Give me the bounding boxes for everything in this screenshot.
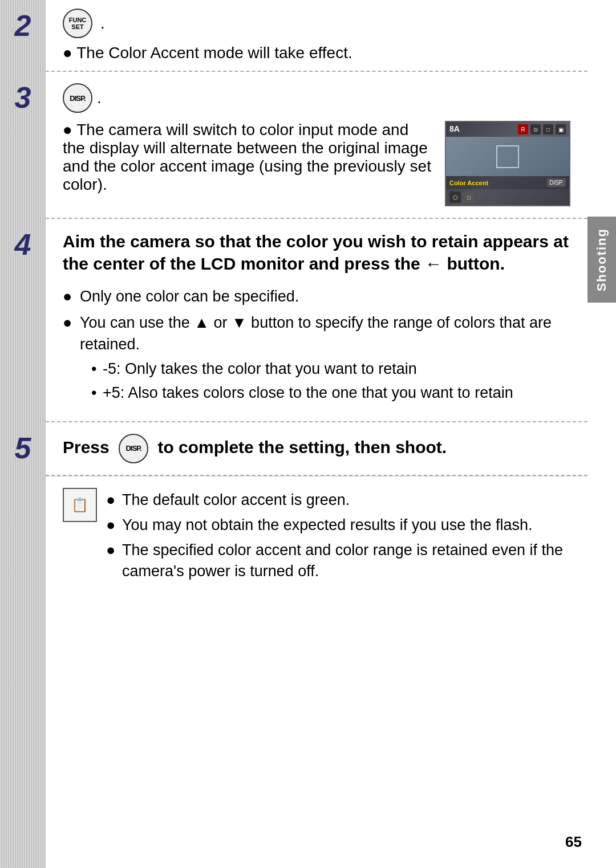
lcd-disp-label: DISP.	[547, 178, 566, 187]
step-3-number: 3	[0, 78, 46, 117]
step-4-heading: Aim the camera so that the color you wis…	[63, 230, 570, 275]
step-3-text: ● The camera will switch to color input …	[63, 121, 433, 194]
func-set-button-icon: FUNCSET	[63, 9, 92, 38]
lcd-top-left: 8A	[449, 124, 460, 135]
step-3-description: The camera will switch to color input mo…	[63, 121, 431, 193]
lcd-mockup: 8A R ⊙ □ ▣	[446, 122, 569, 205]
lcd-ctrl-1: ⬡	[449, 191, 461, 203]
note-content: The default color accent is green. You m…	[106, 488, 570, 584]
main-content: 2 FUNCSET . ● The Color Accent mode will…	[46, 0, 587, 596]
lcd-focus-box	[496, 145, 519, 168]
step-4-bullet-2: You can use the ▲ or ▼ button to specify…	[63, 310, 570, 410]
step-3-section: 3 DISP. . ● The camera will switch to co…	[46, 72, 587, 219]
step-2-number: 2	[0, 6, 46, 46]
note-icon-inner: 📋	[71, 497, 88, 513]
step-5-press-text: Press	[63, 438, 110, 457]
step-4-sub-bullet-2: +5: Also takes colors close to the one t…	[91, 381, 570, 405]
right-sidebar: Shooting	[587, 0, 616, 868]
step-3-bullet: ●	[63, 121, 72, 138]
step-4-section: 4 Aim the camera so that the color you w…	[46, 219, 587, 422]
lcd-icon-4: ▣	[556, 124, 566, 135]
note-list: The default color accent is green. You m…	[106, 488, 570, 584]
step-5-number: 5	[0, 428, 46, 468]
step-5-heading: Press DISP. to complete the setting, the…	[63, 434, 570, 463]
lcd-control-row: ⬡ □	[446, 189, 569, 205]
step-3-header: DISP. .	[63, 83, 570, 113]
note-icon: 📋	[63, 488, 97, 522]
lcd-main-area	[446, 137, 569, 176]
lcd-icon-1: R	[518, 124, 528, 135]
step-2-content: FUNCSET .	[63, 9, 570, 38]
step-4-bullet-list: Only one color can be specified. You can…	[63, 284, 570, 410]
step-2-section: 2 FUNCSET . ● The Color Accent mode will…	[46, 0, 587, 72]
note-2: You may not obtain the expected results …	[106, 513, 570, 538]
step-5-section: 5 Press DISP. to complete the setting, t…	[46, 422, 587, 476]
lcd-bottom-controls: DISP.	[547, 178, 566, 187]
func-set-label: FUNCSET	[69, 17, 87, 30]
lcd-icon-2: ⊙	[530, 124, 541, 135]
notes-section: 📋 The default color accent is green. You…	[46, 476, 587, 596]
disp-button-icon-step5: DISP.	[119, 434, 148, 463]
note-icon-symbol: 📋	[71, 497, 88, 513]
step-3-content: ● The camera will switch to color input …	[63, 121, 570, 206]
note-3: The specified color accent and color ran…	[106, 538, 570, 585]
shooting-label-box: Shooting	[587, 217, 616, 303]
step-2-text-container: ● The Color Accent mode will take effect…	[63, 44, 570, 62]
lcd-screen-mockup: 8A R ⊙ □ ▣	[445, 121, 570, 206]
step-3-dot: .	[97, 89, 102, 107]
bullet-icon: ●	[63, 44, 72, 62]
step-4-bullet-1: Only one color can be specified.	[63, 284, 570, 310]
lcd-top-bar: 8A R ⊙ □ ▣	[446, 122, 569, 137]
page-container: Shooting 2 FUNCSET . ● The Color Accent …	[0, 0, 616, 868]
page-number: 65	[565, 833, 582, 851]
step-4-sub-bullet-1: -5: Only takes the color that you want t…	[91, 357, 570, 381]
note-1: The default color accent is green.	[106, 488, 570, 513]
lcd-color-accent-label: Color Accent	[449, 180, 488, 186]
lcd-icon-3: □	[543, 124, 553, 135]
step-5-rest-text: to complete the setting, then shoot.	[157, 438, 447, 457]
disp-button-icon-step3: DISP.	[63, 83, 92, 113]
lcd-top-icons: R ⊙ □ ▣	[518, 124, 566, 135]
lcd-bottom-bar: Color Accent DISP.	[446, 176, 569, 189]
lcd-ctrl-2: □	[463, 191, 475, 203]
step-2-dot: .	[100, 14, 105, 32]
step-4-sub-list: -5: Only takes the color that you want t…	[91, 357, 570, 405]
lcd-controls: ⬡ □	[449, 191, 475, 203]
step-4-number: 4	[0, 225, 46, 264]
step-2-text: The Color Accent mode will take effect.	[76, 44, 352, 62]
shooting-label: Shooting	[594, 228, 609, 291]
